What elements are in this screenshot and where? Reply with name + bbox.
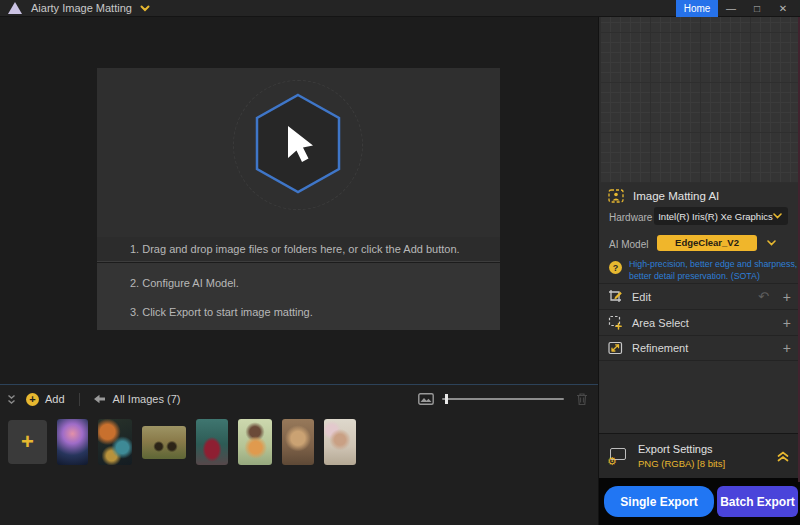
slider-handle[interactable] xyxy=(445,394,448,404)
footer-panel: + Add All Images (7) + xyxy=(0,384,598,525)
thumbnail-woman-white-blossoms[interactable] xyxy=(324,419,356,465)
ai-model-label: AI Model xyxy=(609,239,648,250)
refinement-icon xyxy=(608,341,623,355)
expand-area-select-button[interactable]: + xyxy=(783,315,791,331)
collapse-panel-icon[interactable] xyxy=(7,394,16,405)
chevron-down-icon xyxy=(773,213,782,219)
thumbnail-woman-red-dress[interactable] xyxy=(196,419,228,465)
thumbnail-zoom-controls xyxy=(418,388,588,410)
instruction-step-1: 1. Drag and drop image files or folders … xyxy=(97,237,500,262)
titlebar: Aiarty Image Matting Home — □ ✕ xyxy=(0,0,800,17)
section-title: Image Matting AI xyxy=(633,190,719,202)
hardware-value: Intel(R) Iris(R) Xe Graphics xyxy=(654,211,773,222)
hardware-select[interactable]: Intel(R) Iris(R) Xe Graphics xyxy=(654,207,788,225)
batch-export-button[interactable]: Batch Export xyxy=(717,486,798,517)
ai-model-select[interactable]: EdgeClear_V2 xyxy=(654,233,788,252)
arrow-left-icon xyxy=(93,394,106,404)
thumbnail-woman-brown-flowers[interactable] xyxy=(282,419,314,465)
add-plus-icon: + xyxy=(26,393,39,406)
image-size-icon xyxy=(418,393,434,405)
app-window: Aiarty Image Matting Home — □ ✕ 1. Drag … xyxy=(0,0,800,525)
undo-icon[interactable]: ↶ xyxy=(758,289,769,304)
app-menu-chevron-icon[interactable] xyxy=(140,5,150,12)
add-image-tile[interactable]: + xyxy=(8,420,47,464)
chevron-down-icon xyxy=(767,240,776,246)
expand-edit-button[interactable]: + xyxy=(783,289,791,305)
image-matting-ai-icon xyxy=(608,189,624,203)
question-icon: ? xyxy=(609,261,622,274)
app-title: Aiarty Image Matting xyxy=(31,2,132,14)
toolbar-divider xyxy=(79,393,80,406)
dropzone[interactable] xyxy=(97,68,500,237)
single-export-button[interactable]: Single Export xyxy=(604,486,714,517)
home-button[interactable]: Home xyxy=(676,0,718,17)
close-button[interactable]: ✕ xyxy=(770,0,796,17)
edit-crop-icon xyxy=(608,289,623,304)
model-hint-text: High-precision, better edge and sharpnes… xyxy=(629,258,799,282)
export-settings-title: Export Settings xyxy=(638,443,777,455)
drop-hexagon-cursor-icon xyxy=(250,90,346,198)
maximize-button[interactable]: □ xyxy=(744,0,770,17)
section-refinement[interactable]: Refinement + xyxy=(599,335,800,361)
thumbnail-bicycle[interactable] xyxy=(142,426,186,459)
area-select-icon xyxy=(608,315,623,330)
trash-icon[interactable] xyxy=(576,392,588,406)
expand-refinement-button[interactable]: + xyxy=(783,340,791,356)
export-format-value: PNG (RGBA) [8 bits] xyxy=(638,458,777,469)
export-settings-texts: Export Settings PNG (RGBA) [8 bits] xyxy=(638,443,777,469)
app-logo-icon xyxy=(8,2,22,14)
instruction-step-3: 3. Click Export to start image matting. xyxy=(97,306,313,318)
thumbnail-size-slider[interactable] xyxy=(442,394,564,404)
instruction-step-2: 2. Configure AI Model. xyxy=(97,277,239,289)
model-hint: ? High-precision, better edge and sharpn… xyxy=(605,257,799,282)
section-area-select[interactable]: Area Select + xyxy=(599,309,800,335)
thumbnail-dark-collage[interactable] xyxy=(98,419,132,465)
ai-model-value: EdgeClear_V2 xyxy=(657,235,757,251)
export-settings[interactable]: ⚙ Export Settings PNG (RGBA) [8 bits] xyxy=(599,433,800,478)
minimize-button[interactable]: — xyxy=(718,0,744,17)
instruction-steps-2-3: 2. Configure AI Model. 3. Click Export t… xyxy=(97,263,500,330)
double-chevron-up-icon[interactable] xyxy=(777,451,789,462)
main-canvas: 1. Drag and drop image files or folders … xyxy=(0,17,598,384)
export-buttons: Single Export Batch Export xyxy=(599,478,800,525)
add-images-button[interactable]: + Add xyxy=(26,393,65,406)
hardware-label: Hardware xyxy=(609,212,652,223)
thumbnail-strip: + xyxy=(8,418,356,466)
section-edit[interactable]: Edit ↶ + xyxy=(599,283,800,309)
gear-icon: ⚙ xyxy=(607,456,617,467)
export-settings-icon: ⚙ xyxy=(608,448,628,464)
all-images-filter[interactable]: All Images (7) xyxy=(93,393,181,405)
thumbnail-jellyfish[interactable] xyxy=(57,419,88,465)
preview-grid-area[interactable] xyxy=(600,17,799,183)
slider-track xyxy=(442,398,564,400)
thumbnail-woman-orange-flowers[interactable] xyxy=(238,419,272,465)
image-matting-ai-header: Image Matting AI xyxy=(599,185,800,207)
right-panel: Image Matting AI Hardware Intel(R) Iris(… xyxy=(598,17,800,525)
